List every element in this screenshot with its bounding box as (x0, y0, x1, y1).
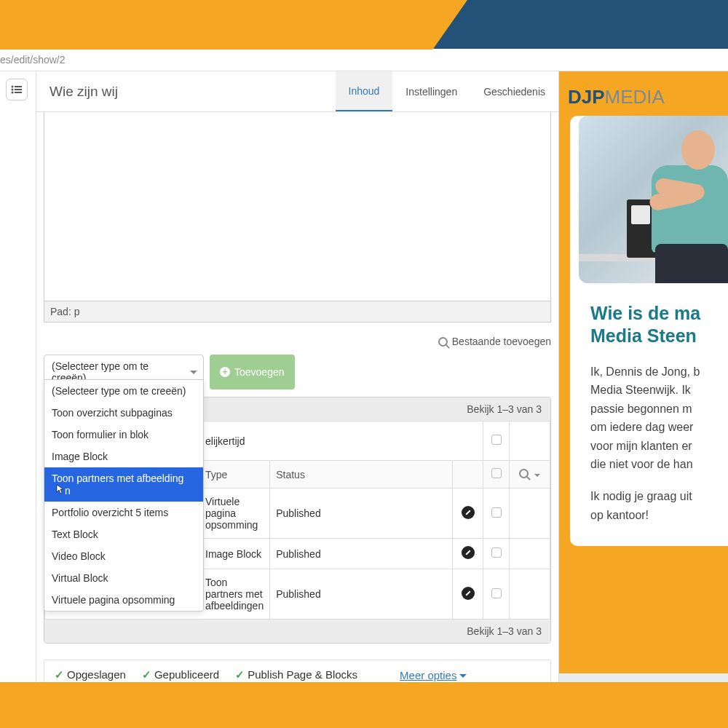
edit-icon[interactable] (462, 546, 475, 559)
svg-rect-1 (15, 86, 22, 87)
preview-card: Wie is de maMedia Steen Ik, Dennis de Jo… (570, 116, 728, 546)
chevron-down-icon (459, 674, 467, 681)
existing-link-row: Bestaande toevoegen (36, 323, 558, 355)
check-icon: ✓ (142, 668, 151, 681)
bottom-band (0, 682, 728, 728)
search-icon (519, 469, 529, 478)
add-button-label: Toevoegen (234, 366, 285, 378)
row-checkbox[interactable] (491, 547, 502, 558)
status-published: ✓Gepubliceerd (142, 668, 219, 681)
add-button[interactable]: + Toevoegen (210, 355, 295, 389)
svg-rect-3 (15, 89, 22, 90)
status-saved: ✓Opgeslagen (55, 668, 126, 681)
url-bar: es/edit/show/2 (0, 50, 728, 71)
list-icon (11, 85, 23, 94)
dropdown-option[interactable]: Virtual Block (44, 567, 203, 589)
dropdown-option[interactable]: Virtuele pagina opsomming (44, 589, 203, 611)
chevron-down-icon (190, 371, 197, 378)
dropdown-option[interactable]: Video Block (44, 545, 203, 567)
chevron-down-icon (534, 474, 540, 480)
row-checkbox[interactable] (491, 507, 502, 518)
existing-add-link[interactable]: Bestaande toevoegen (452, 336, 551, 347)
rich-text-editor[interactable] (44, 112, 551, 301)
cursor-icon (56, 484, 65, 496)
page-title: Wie zijn wij (36, 84, 336, 100)
rte-path: Pad: p (44, 301, 551, 323)
dropdown-option[interactable]: Text Block (44, 523, 203, 545)
svg-point-4 (12, 92, 14, 94)
cell-status: Published (270, 569, 453, 620)
select-all-checkbox[interactable] (491, 468, 502, 478)
cell-status: Published (270, 539, 453, 569)
preview-photo (579, 116, 728, 283)
tree-toggle-button[interactable] (6, 79, 28, 100)
left-sidebar (0, 71, 36, 728)
dropdown-option[interactable]: Toon formulier in blok (44, 424, 203, 446)
col-actions[interactable] (510, 461, 550, 488)
check-icon: ✓ (235, 668, 245, 681)
status-publish-blocks[interactable]: ✓Publish Page & Blocks (235, 668, 357, 681)
preview-panel: DJPMEDIA Wie is de maMedia Steen Ik, Den… (559, 71, 728, 728)
type-dropdown[interactable]: (Selecteer type om te creeën)Toon overzi… (44, 379, 204, 612)
preview-paragraph: Ik nodig je graag uitop kantoor! (570, 487, 728, 524)
grid-pager-bottom: Bekijk 1–3 van 3 (44, 620, 550, 643)
search-icon (438, 337, 448, 347)
svg-point-2 (12, 89, 14, 91)
dropdown-option[interactable]: Toon overzicht subpaginas (44, 402, 203, 424)
tab-content[interactable]: Inhoud (336, 71, 393, 111)
edit-icon[interactable] (462, 506, 475, 519)
svg-point-0 (12, 86, 14, 88)
preview-heading: Wie is de maMedia Steen (570, 283, 728, 363)
tabs: Inhoud Instellingen Geschiedenis (336, 71, 558, 111)
main-panel: Wie zijn wij Inhoud Instellingen Geschie… (36, 71, 559, 728)
dropdown-option[interactable]: (Selecteer type om te creeën) (44, 380, 203, 402)
more-options-link[interactable]: Meer opties (400, 669, 467, 681)
svg-rect-5 (15, 92, 22, 93)
page-header: Wie zijn wij Inhoud Instellingen Geschie… (36, 71, 558, 112)
dropdown-option[interactable]: Toon partners met afbeeldingn (44, 467, 203, 502)
check-icon: ✓ (55, 668, 64, 681)
edit-icon[interactable] (462, 587, 475, 600)
col-status[interactable]: Status (270, 461, 453, 488)
tab-settings[interactable]: Instellingen (392, 71, 470, 111)
preview-paragraph: Ik, Dennis de Jong, bMedia Steenwijk. Ik… (570, 363, 728, 475)
row-checkbox[interactable] (491, 588, 502, 598)
dropdown-option[interactable]: Image Block (44, 446, 203, 467)
select-all-section-checkbox[interactable] (491, 435, 502, 445)
cell-status: Published (270, 488, 453, 539)
tab-history[interactable]: Geschiedenis (470, 71, 558, 111)
plus-circle-icon: + (220, 367, 230, 377)
dropdown-option[interactable]: Portfolio overzicht 5 items (44, 502, 203, 523)
preview-logo: DJPMEDIA (559, 77, 728, 108)
grid-section-title: elijkertijd (205, 435, 245, 447)
